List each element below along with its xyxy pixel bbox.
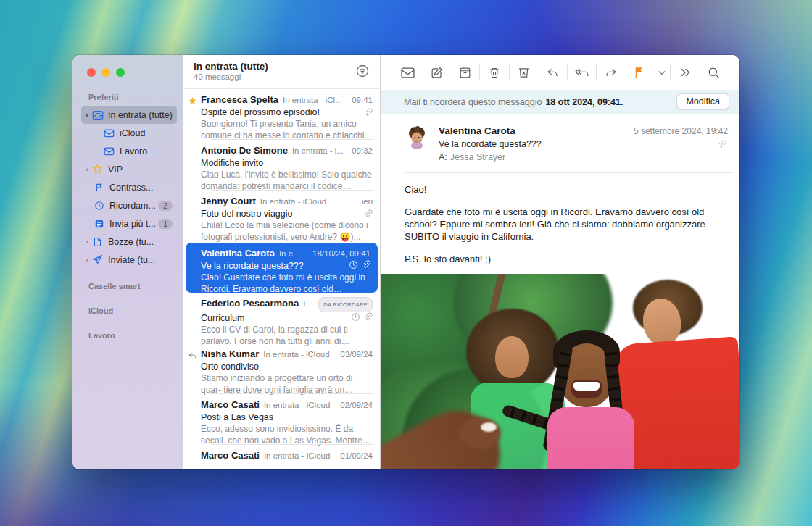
chevron-down-icon[interactable]: ▾ xyxy=(83,112,91,119)
filter-icon[interactable] xyxy=(355,64,370,78)
sidebar-item-remind-me[interactable]: Ricordam... 2 xyxy=(91,196,177,214)
forward-button[interactable] xyxy=(597,62,625,83)
sender-name: Federico Pescarmona xyxy=(201,297,299,309)
paperclip-icon xyxy=(363,108,373,117)
message-row[interactable]: Nisha Kumar In entrata - iCloud 03/09/24… xyxy=(183,343,380,394)
unread-count-badge: 1 xyxy=(158,219,173,229)
mailbox-label: In entrata - iCl... xyxy=(283,94,347,107)
sidebar-item-label: Ricordam... xyxy=(109,201,155,211)
close-window-button[interactable] xyxy=(87,68,96,77)
sidebar-item-vip[interactable]: › VIP xyxy=(81,160,177,178)
mailbox-title: In entrata (tutte) xyxy=(194,61,371,72)
sidebar-item-icloud-inbox[interactable]: iCloud xyxy=(102,124,177,142)
sidebar-item-label: Invia più t... xyxy=(109,219,155,229)
attachment-photo[interactable] xyxy=(381,274,740,469)
mail-window: Preferiti ▾ In entrata (tutte) iCloud La… xyxy=(72,55,740,469)
zoom-window-button[interactable] xyxy=(116,68,125,77)
message-detail-pane: Mail ti ricorderà questo messaggio 18 ot… xyxy=(381,55,740,469)
draft-icon xyxy=(91,236,104,248)
message-row[interactable]: Antonio De Simone In entrata - i... 09:3… xyxy=(183,140,380,191)
message-preview: Ciao! Guardate che foto mi è uscita oggi… xyxy=(201,272,370,295)
search-button[interactable] xyxy=(700,62,728,83)
message-subject: Ve la ricordate questa??? xyxy=(201,260,349,272)
flag-button[interactable] xyxy=(626,62,654,83)
sidebar-item-drafts[interactable]: › Bozze (tu... xyxy=(81,233,177,251)
message-recipients: A:Jessa Strayer xyxy=(439,151,728,164)
message-row[interactable]: Francesca Spelta In entrata - iCl... 09:… xyxy=(183,89,380,140)
sidebar-item-label: Bozze (tu... xyxy=(108,237,173,247)
sidebar-section-smart: Caselle smart xyxy=(81,276,177,295)
trash-button[interactable] xyxy=(480,62,508,83)
minimize-window-button[interactable] xyxy=(102,68,110,77)
message-preview: Ehilà! Ecco la mia selezione (come dicon… xyxy=(201,220,373,243)
message-subject: Ve la ricordate questa??? xyxy=(439,138,728,151)
sidebar-item-lavoro-inbox[interactable]: Lavoro xyxy=(102,142,177,160)
sidebar-item-flagged[interactable]: Contrass... xyxy=(91,178,177,196)
star-icon xyxy=(91,164,104,175)
sent-icon xyxy=(91,254,104,266)
paperclip-icon xyxy=(363,209,373,219)
sidebar: Preferiti ▾ In entrata (tutte) iCloud La… xyxy=(72,55,183,469)
sidebar-item-label: Inviate (tu... xyxy=(108,255,173,265)
sender-avatar[interactable] xyxy=(404,125,430,151)
sidebar-item-inbox-all[interactable]: ▾ In entrata (tutte) xyxy=(81,106,177,124)
sender-name: Valentina Carota xyxy=(201,247,275,259)
message-preview: Ciao Luca, l'invito è bellissimo! Solo q… xyxy=(201,170,373,192)
sidebar-item-send-later[interactable]: Invia più t... 1 xyxy=(91,214,177,233)
replied-arrow-icon xyxy=(188,350,198,360)
message-row[interactable]: Marco Casati In entrata - iCloud 01/09/2… xyxy=(183,445,380,469)
chevron-right-icon[interactable]: › xyxy=(83,256,91,264)
remind-clock-icon xyxy=(351,312,360,324)
message-list-pane: In entrata (tutte) 40 messaggi Francesca… xyxy=(183,55,381,469)
envelope-icon xyxy=(103,146,115,157)
archive-button[interactable] xyxy=(451,62,479,83)
reply-button[interactable] xyxy=(538,62,566,83)
sidebar-item-label: Contrass... xyxy=(109,183,173,193)
message-date: 5 settembre 2024, 19:42 xyxy=(634,126,728,136)
message-time: 09:41 xyxy=(352,94,373,107)
message-row-selected[interactable]: Valentina Carota In e... 18/10/24, 09:41… xyxy=(186,243,378,293)
star-icon xyxy=(188,96,198,106)
mailbox-label: In entrata - i... xyxy=(292,145,347,157)
message-subject: Orto condiviso xyxy=(201,361,373,372)
toolbar xyxy=(381,55,740,90)
edit-reminder-button[interactable]: Modifica xyxy=(676,93,729,109)
sidebar-item-sent[interactable]: › Inviate (tu... xyxy=(81,251,177,269)
message-row[interactable]: Jenny Court In entrata - iCloud ieri Fot… xyxy=(183,191,380,241)
unread-count-badge: 2 xyxy=(158,201,173,211)
remind-badge: DA RICORDARE xyxy=(318,297,373,312)
mailbox-label: In ... xyxy=(303,298,314,310)
message-row[interactable]: Federico Pescarmona In ... DA RICORDARE … xyxy=(183,293,380,343)
remind-clock-icon xyxy=(349,260,358,272)
mailbox-label: In entrata - iCloud xyxy=(264,399,336,412)
inbox-icon xyxy=(91,109,104,121)
message-row[interactable]: Marco Casati In entrata - iCloud 02/09/2… xyxy=(183,394,380,445)
get-mail-button[interactable] xyxy=(394,62,422,83)
paperclip-icon xyxy=(363,312,373,324)
paperclip-icon xyxy=(717,139,726,152)
sender-name: Marco Casati xyxy=(201,449,260,462)
message-body: Ciao! Guardate che foto mi è uscita oggi… xyxy=(381,173,740,274)
chevron-right-icon[interactable]: › xyxy=(83,238,91,246)
message-time: 09:32 xyxy=(352,145,373,157)
message-list: Francesca Spelta In entrata - iCl... 09:… xyxy=(183,89,380,469)
message-preview: Ecco, adesso sono invidiosissimo. È da s… xyxy=(201,424,373,446)
mailbox-label: In e... xyxy=(279,248,308,260)
reply-all-button[interactable] xyxy=(568,62,596,83)
compose-button[interactable] xyxy=(422,62,450,83)
recipient-name[interactable]: Jessa Strayer xyxy=(450,152,505,162)
message-time: 02/09/24 xyxy=(340,399,373,412)
sender-name: Francesca Spelta xyxy=(201,93,278,106)
flag-chevron-down-icon[interactable] xyxy=(654,62,670,83)
sidebar-section-lavoro[interactable]: Lavoro xyxy=(81,325,177,344)
message-subject: Ospite del prossimo episodio! xyxy=(201,107,363,118)
junk-button[interactable] xyxy=(510,62,538,83)
chevron-right-icon[interactable]: › xyxy=(83,166,91,173)
sidebar-item-label: VIP xyxy=(108,164,173,175)
message-subject: Foto del nostro viaggio xyxy=(201,208,363,220)
more-toolbar-items-button[interactable] xyxy=(671,62,699,83)
message-preview: Buongiorno! Ti presento Tania: un amico … xyxy=(201,119,373,141)
sidebar-section-icloud[interactable]: iCloud xyxy=(81,301,177,320)
body-paragraph: Ciao! xyxy=(405,183,716,196)
message-subject: Posti a Las Vegas xyxy=(201,412,373,423)
